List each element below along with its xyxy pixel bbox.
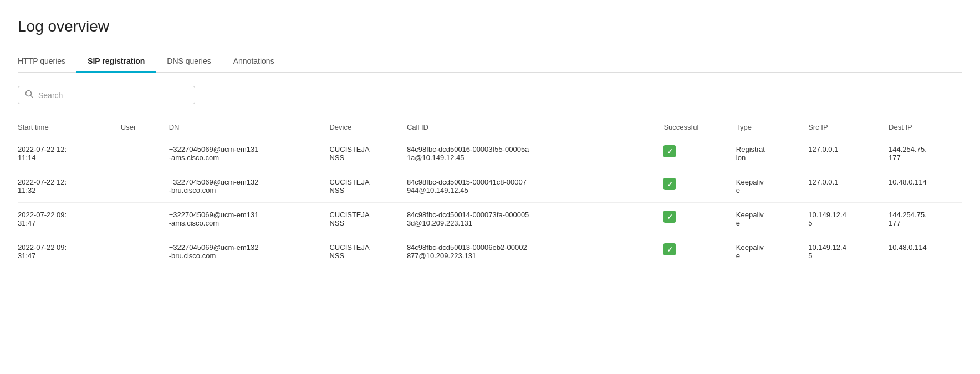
table-row: 2022-07-22 09: 31:47+3227045069@ucm-em13…	[18, 203, 962, 235]
success-check-badge: ✓	[663, 178, 676, 190]
page-title: Log overview	[18, 18, 962, 35]
cell-type: Keepaliv e	[729, 170, 802, 203]
cell-dn: +3227045069@ucm-em131 -ams.cisco.com	[162, 137, 323, 170]
cell-start-time: 2022-07-22 12: 11:14	[18, 137, 114, 170]
cell-device: CUCISTEJA NSS	[323, 235, 400, 268]
cell-type: Keepaliv e	[729, 235, 802, 268]
cell-call-id: 84c98fbc-dcd50013-00006eb2-00002 877@10.…	[400, 235, 657, 268]
cell-user	[114, 203, 162, 235]
table-body: 2022-07-22 12: 11:14+3227045069@ucm-em13…	[18, 137, 962, 268]
cell-dest-ip: 144.254.75. 177	[882, 137, 962, 170]
col-header-dn: DN	[162, 117, 323, 137]
cell-call-id: 84c98fbc-dcd50014-000073fa-000005 3d@10.…	[400, 203, 657, 235]
page-container: Log overview HTTP queries SIP registrati…	[0, 0, 980, 374]
log-table: Start time User DN Device Call ID Succes…	[18, 117, 962, 268]
tab-http-queries[interactable]: HTTP queries	[18, 51, 76, 73]
cell-dn: +3227045069@ucm-em132 -bru.cisco.com	[162, 170, 323, 203]
table-header-row: Start time User DN Device Call ID Succes…	[18, 117, 962, 137]
cell-src-ip: 10.149.12.4 5	[802, 203, 882, 235]
tabs-bar: HTTP queries SIP registration DNS querie…	[18, 51, 962, 73]
col-header-call-id: Call ID	[400, 117, 657, 137]
success-check-badge: ✓	[663, 211, 676, 223]
cell-call-id: 84c98fbc-dcd50015-000041c8-00007 944@10.…	[400, 170, 657, 203]
tab-annotations[interactable]: Annotations	[222, 51, 285, 73]
cell-start-time: 2022-07-22 09: 31:47	[18, 203, 114, 235]
tab-dns-queries[interactable]: DNS queries	[156, 51, 222, 73]
col-header-type: Type	[729, 117, 802, 137]
search-container	[18, 86, 962, 104]
success-check-badge: ✓	[663, 145, 676, 157]
col-header-user: User	[114, 117, 162, 137]
svg-line-1	[31, 96, 33, 98]
cell-type: Keepaliv e	[729, 203, 802, 235]
table-row: 2022-07-22 12: 11:32+3227045069@ucm-em13…	[18, 170, 962, 203]
col-header-dest-ip: Dest IP	[882, 117, 962, 137]
cell-src-ip: 10.149.12.4 5	[802, 235, 882, 268]
cell-dn: +3227045069@ucm-em132 -bru.cisco.com	[162, 235, 323, 268]
cell-type: Registrat ion	[729, 137, 802, 170]
table-row: 2022-07-22 09: 31:47+3227045069@ucm-em13…	[18, 235, 962, 268]
cell-start-time: 2022-07-22 12: 11:32	[18, 170, 114, 203]
table-row: 2022-07-22 12: 11:14+3227045069@ucm-em13…	[18, 137, 962, 170]
cell-user	[114, 137, 162, 170]
cell-user	[114, 170, 162, 203]
cell-start-time: 2022-07-22 09: 31:47	[18, 235, 114, 268]
cell-dest-ip: 10.48.0.114	[882, 235, 962, 268]
cell-device: CUCISTEJA NSS	[323, 137, 400, 170]
search-input[interactable]	[38, 91, 188, 100]
success-check-badge: ✓	[663, 243, 676, 255]
search-input-wrapper	[18, 86, 195, 104]
cell-successful: ✓	[657, 235, 729, 268]
cell-device: CUCISTEJA NSS	[323, 203, 400, 235]
cell-successful: ✓	[657, 203, 729, 235]
cell-successful: ✓	[657, 170, 729, 203]
tab-sip-registration[interactable]: SIP registration	[76, 51, 156, 73]
cell-successful: ✓	[657, 137, 729, 170]
cell-call-id: 84c98fbc-dcd50016-00003f55-00005a 1a@10.…	[400, 137, 657, 170]
table-container: Start time User DN Device Call ID Succes…	[18, 117, 962, 268]
cell-src-ip: 127.0.0.1	[802, 137, 882, 170]
cell-dest-ip: 10.48.0.114	[882, 170, 962, 203]
cell-src-ip: 127.0.0.1	[802, 170, 882, 203]
cell-device: CUCISTEJA NSS	[323, 170, 400, 203]
cell-dn: +3227045069@ucm-em131 -ams.cisco.com	[162, 203, 323, 235]
search-icon	[25, 90, 34, 100]
col-header-successful: Successful	[657, 117, 729, 137]
cell-user	[114, 235, 162, 268]
col-header-device: Device	[323, 117, 400, 137]
col-header-start-time: Start time	[18, 117, 114, 137]
cell-dest-ip: 144.254.75. 177	[882, 203, 962, 235]
col-header-src-ip: Src IP	[802, 117, 882, 137]
